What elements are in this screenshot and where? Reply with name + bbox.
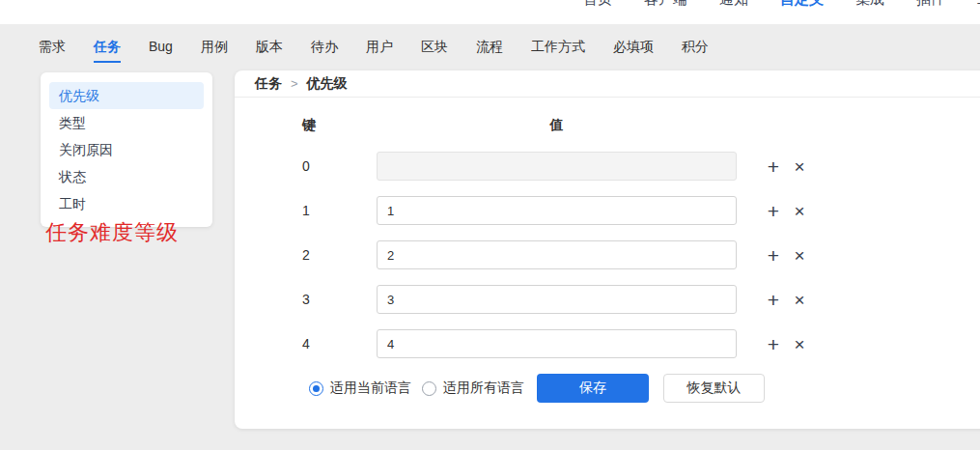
top-strip: 首页 客户端 通知 自定义 集成 插件 二次开发 [0, 0, 980, 24]
add-row-button[interactable]: + [761, 329, 786, 358]
add-row-button[interactable]: + [761, 152, 786, 181]
tab-flow[interactable]: 流程 [476, 37, 503, 63]
add-row-button[interactable]: + [761, 196, 786, 225]
tab-story[interactable]: 需求 [39, 37, 66, 63]
tab-block[interactable]: 区块 [421, 37, 448, 63]
remove-row-button[interactable]: × [787, 285, 812, 314]
breadcrumb-current: 优先级 [307, 70, 348, 97]
sidebar-item-type[interactable]: 类型 [49, 109, 204, 136]
breadcrumb: 任务 > 优先级 [235, 70, 980, 98]
row-value-input[interactable] [377, 240, 737, 269]
nav-item-home[interactable]: 首页 [583, 0, 612, 9]
radio-current-language[interactable]: 适用当前语言 [309, 380, 411, 397]
red-annotation-text: 任务难度等级 [45, 218, 179, 247]
tab-bar: 需求 任务 Bug 用例 版本 待办 用户 区块 流程 工作方式 必填项 积分 [39, 37, 709, 63]
tab-score[interactable]: 积分 [682, 37, 709, 63]
tab-required[interactable]: 必填项 [613, 37, 654, 63]
row-value-input[interactable] [377, 196, 737, 225]
key-column-header: 键 [302, 117, 316, 134]
radio-selected-icon [309, 381, 323, 396]
add-row-button[interactable]: + [761, 240, 786, 269]
save-button[interactable]: 保存 [537, 374, 649, 403]
row-key-label: 1 [302, 196, 325, 225]
sidebar: 优先级 类型 关闭原因 状态 工时 [41, 72, 212, 227]
nav-item-custom[interactable]: 自定义 [780, 0, 824, 9]
remove-row-button[interactable]: × [787, 329, 812, 358]
table-row: 3 + × [235, 285, 980, 314]
tab-task[interactable]: 任务 [94, 37, 121, 63]
primary-nav: 首页 客户端 通知 自定义 集成 插件 二次开发 [583, 0, 980, 9]
row-key-label: 0 [302, 152, 325, 181]
table-row: 1 + × [235, 196, 980, 225]
restore-default-button[interactable]: 恢复默认 [663, 374, 765, 403]
row-value-input[interactable] [377, 329, 737, 358]
sidebar-item-status[interactable]: 状态 [49, 163, 204, 190]
row-key-label: 4 [302, 329, 325, 358]
table-row: 0 + × [235, 152, 980, 181]
row-key-label: 2 [302, 240, 325, 269]
tab-bug[interactable]: Bug [149, 37, 173, 63]
breadcrumb-separator-icon: > [291, 70, 298, 97]
nav-item-plugin[interactable]: 插件 [916, 0, 945, 9]
nav-item-notice[interactable]: 通知 [719, 0, 748, 9]
radio-unselected-icon [422, 381, 436, 396]
row-value-input [377, 152, 737, 181]
nav-item-integration[interactable]: 集成 [855, 0, 884, 9]
remove-row-button[interactable]: × [787, 196, 812, 225]
value-column-header: 值 [377, 117, 737, 134]
form-footer: 适用当前语言 适用所有语言 保存 恢复默认 [309, 374, 765, 403]
tab-todo[interactable]: 待办 [311, 37, 338, 63]
table-row: 2 + × [235, 240, 980, 269]
sidebar-item-priority[interactable]: 优先级 [49, 82, 204, 109]
add-row-button[interactable]: + [761, 285, 786, 314]
nav-item-client[interactable]: 客户端 [644, 0, 687, 9]
tab-user[interactable]: 用户 [366, 37, 393, 63]
radio-label: 适用当前语言 [330, 380, 411, 397]
row-value-input[interactable] [377, 285, 737, 314]
remove-row-button[interactable]: × [787, 152, 812, 181]
row-key-label: 3 [302, 285, 325, 314]
table-row: 4 + × [235, 329, 980, 358]
remove-row-button[interactable]: × [787, 240, 812, 269]
sidebar-item-workhours[interactable]: 工时 [49, 190, 204, 217]
breadcrumb-parent[interactable]: 任务 [255, 70, 282, 97]
main-panel: 任务 > 优先级 键 值 0 + × 1 + × 2 + × 3 + × 4 +… [235, 70, 980, 429]
radio-all-languages[interactable]: 适用所有语言 [422, 380, 524, 397]
tab-workmode[interactable]: 工作方式 [531, 37, 585, 63]
radio-label: 适用所有语言 [443, 380, 524, 397]
sidebar-item-close-reason[interactable]: 关闭原因 [49, 136, 204, 163]
tab-testcase[interactable]: 用例 [201, 37, 228, 63]
tab-build[interactable]: 版本 [256, 37, 283, 63]
